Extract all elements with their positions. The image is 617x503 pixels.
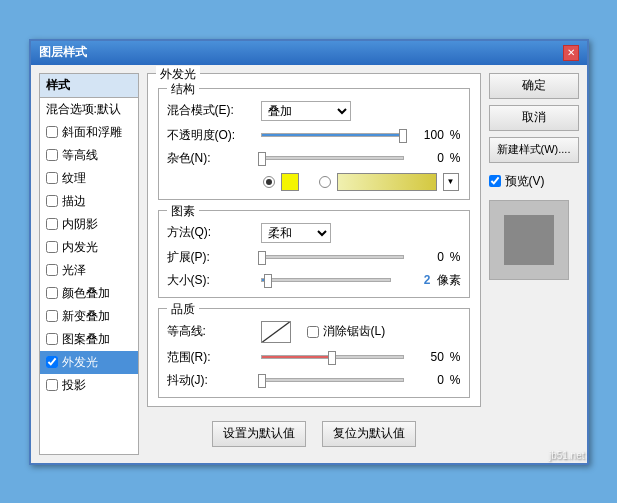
styles-header: 样式 — [40, 74, 138, 98]
jitter-value: 0 — [408, 373, 444, 387]
anti-alias-checkbox[interactable] — [307, 326, 319, 338]
checkbox-bevel-emboss[interactable] — [46, 126, 58, 138]
dialog-body: 样式 混合选项:默认斜面和浮雕等高线纹理描边内阴影内发光光泽颜色叠加新变叠加图案… — [31, 65, 587, 463]
size-row: 大小(S): 2 像素 — [167, 272, 461, 289]
method-row: 方法(Q): 柔和 精确 — [167, 223, 461, 243]
size-label: 大小(S): — [167, 272, 257, 289]
watermark: jb51.net — [549, 450, 585, 461]
sidebar-item-outer-glow[interactable]: 外发光 — [40, 351, 138, 374]
size-unit: 像素 — [437, 272, 461, 289]
quality-group: 品质 等高线: 消除锯齿(L) — [158, 308, 470, 398]
elements-group: 图素 方法(Q): 柔和 精确 扩展(P): — [158, 210, 470, 298]
label-bevel-emboss: 斜面和浮雕 — [62, 124, 122, 141]
sidebar-item-pattern-overlay[interactable]: 图案叠加 — [40, 328, 138, 351]
sidebar-item-color-overlay[interactable]: 颜色叠加 — [40, 282, 138, 305]
checkbox-inner-glow[interactable] — [46, 241, 58, 253]
noise-label: 杂色(N): — [167, 150, 257, 167]
blend-mode-row: 混合模式(E): 叠加 正常 滤色 — [167, 101, 461, 121]
title-bar: 图层样式 ✕ — [31, 41, 587, 65]
cancel-button[interactable]: 取消 — [489, 105, 579, 131]
sidebar-item-blend-default[interactable]: 混合选项:默认 — [40, 98, 138, 121]
label-inner-shadow: 内阴影 — [62, 216, 98, 233]
label-pattern-overlay: 图案叠加 — [62, 331, 110, 348]
gradient-radio[interactable] — [319, 176, 331, 188]
checkbox-contour[interactable] — [46, 149, 58, 161]
reset-default-button[interactable]: 复位为默认值 — [322, 421, 416, 447]
noise-slider[interactable] — [261, 156, 404, 160]
styles-panel: 样式 混合选项:默认斜面和浮雕等高线纹理描边内阴影内发光光泽颜色叠加新变叠加图案… — [39, 73, 139, 455]
sidebar-item-stroke[interactable]: 描边 — [40, 190, 138, 213]
jitter-label: 抖动(J): — [167, 372, 257, 389]
outer-glow-group: 外发光 结构 混合模式(E): 叠加 正常 滤色 — [147, 73, 481, 407]
contour-preview[interactable] — [261, 321, 291, 343]
jitter-unit: % — [450, 373, 461, 387]
range-label: 范围(R): — [167, 349, 257, 366]
jitter-row: 抖动(J): 0 % — [167, 372, 461, 389]
solid-color-radio[interactable] — [263, 176, 275, 188]
size-slider[interactable] — [261, 278, 391, 282]
color-row: ▼ — [167, 173, 461, 191]
contour-label: 等高线: — [167, 323, 257, 340]
label-blend-default: 混合选项:默认 — [46, 101, 121, 118]
spread-unit: % — [450, 250, 461, 264]
opacity-label: 不透明度(O): — [167, 127, 257, 144]
checkbox-satin[interactable] — [46, 264, 58, 276]
sidebar-item-gradient-overlay[interactable]: 新变叠加 — [40, 305, 138, 328]
label-stroke: 描边 — [62, 193, 86, 210]
ok-button[interactable]: 确定 — [489, 73, 579, 99]
checkbox-texture[interactable] — [46, 172, 58, 184]
gradient-dropdown[interactable]: ▼ — [443, 173, 459, 191]
svg-line-0 — [262, 322, 289, 342]
new-style-button[interactable]: 新建样式(W).... — [489, 137, 579, 163]
anti-alias-label: 消除锯齿(L) — [323, 323, 386, 340]
preview-checkbox[interactable] — [489, 175, 501, 187]
noise-unit: % — [450, 151, 461, 165]
set-default-button[interactable]: 设置为默认值 — [212, 421, 306, 447]
structure-title: 结构 — [167, 81, 199, 98]
preview-box — [489, 200, 569, 280]
gradient-swatch[interactable] — [337, 173, 437, 191]
opacity-row: 不透明度(O): 100 % — [167, 127, 461, 144]
jitter-slider[interactable] — [261, 378, 404, 382]
range-slider[interactable] — [261, 355, 404, 359]
checkbox-stroke[interactable] — [46, 195, 58, 207]
spread-row: 扩展(P): 0 % — [167, 249, 461, 266]
range-value: 50 — [408, 350, 444, 364]
contour-row: 等高线: 消除锯齿(L) — [167, 321, 461, 343]
label-outer-glow: 外发光 — [62, 354, 98, 371]
blend-mode-label: 混合模式(E): — [167, 102, 257, 119]
range-unit: % — [450, 350, 461, 364]
spread-slider[interactable] — [261, 255, 404, 259]
checkbox-drop-shadow[interactable] — [46, 379, 58, 391]
noise-row: 杂色(N): 0 % — [167, 150, 461, 167]
label-inner-glow: 内发光 — [62, 239, 98, 256]
bottom-buttons: 设置为默认值 复位为默认值 — [147, 413, 481, 455]
layer-style-dialog: 图层样式 ✕ 样式 混合选项:默认斜面和浮雕等高线纹理描边内阴影内发光光泽颜色叠… — [29, 39, 589, 465]
label-gradient-overlay: 新变叠加 — [62, 308, 110, 325]
sidebar-item-satin[interactable]: 光泽 — [40, 259, 138, 282]
method-select[interactable]: 柔和 精确 — [261, 223, 331, 243]
noise-value: 0 — [408, 151, 444, 165]
opacity-slider[interactable] — [261, 133, 404, 137]
sidebar-item-drop-shadow[interactable]: 投影 — [40, 374, 138, 397]
sidebar-item-texture[interactable]: 纹理 — [40, 167, 138, 190]
quality-title: 品质 — [167, 301, 199, 318]
close-button[interactable]: ✕ — [563, 45, 579, 61]
checkbox-inner-shadow[interactable] — [46, 218, 58, 230]
checkbox-gradient-overlay[interactable] — [46, 310, 58, 322]
sidebar-item-bevel-emboss[interactable]: 斜面和浮雕 — [40, 121, 138, 144]
elements-title: 图素 — [167, 203, 199, 220]
sidebar-item-inner-glow[interactable]: 内发光 — [40, 236, 138, 259]
main-content: 外发光 结构 混合模式(E): 叠加 正常 滤色 — [147, 73, 481, 455]
preview-row: 预览(V) — [489, 173, 579, 190]
right-panel: 确定 取消 新建样式(W).... 预览(V) — [489, 73, 579, 455]
checkbox-color-overlay[interactable] — [46, 287, 58, 299]
checkbox-outer-glow[interactable] — [46, 356, 58, 368]
blend-mode-select[interactable]: 叠加 正常 滤色 — [261, 101, 351, 121]
spread-label: 扩展(P): — [167, 249, 257, 266]
solid-color-swatch[interactable] — [281, 173, 299, 191]
sidebar-item-contour[interactable]: 等高线 — [40, 144, 138, 167]
checkbox-pattern-overlay[interactable] — [46, 333, 58, 345]
range-row: 范围(R): 50 % — [167, 349, 461, 366]
sidebar-item-inner-shadow[interactable]: 内阴影 — [40, 213, 138, 236]
